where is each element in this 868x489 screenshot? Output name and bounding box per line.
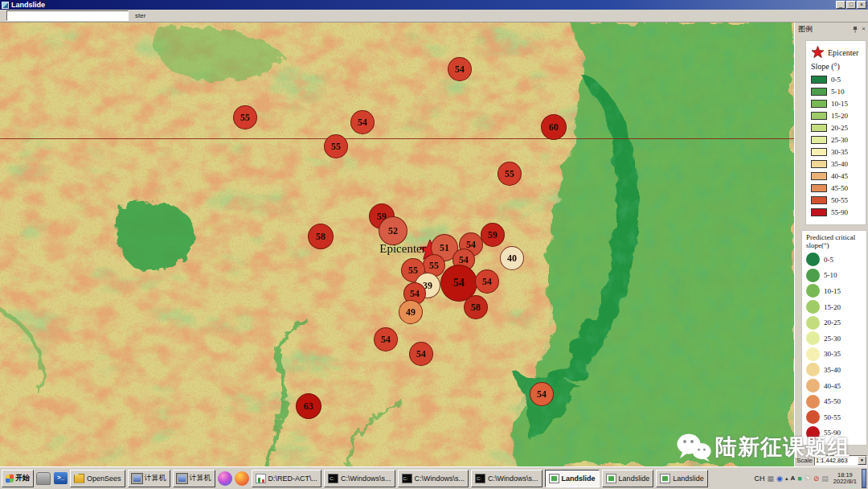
slope-marker[interactable]: 49 xyxy=(399,300,423,324)
critical-legend-title-line1: Predicted critical xyxy=(806,233,866,241)
slope-marker[interactable]: 63 xyxy=(296,393,321,419)
expand-arrow-icon[interactable] xyxy=(785,474,788,483)
slope-class-list: 0-55-1010-1515-2020-2525-3030-3535-4040-… xyxy=(811,73,866,218)
legend-class-label: 10-15 xyxy=(824,287,841,295)
legend-class-label: 40-45 xyxy=(824,382,841,390)
legend-class-label: 0-5 xyxy=(824,256,833,264)
taskbar-button[interactable]: C:\Windows\s... xyxy=(398,470,469,487)
slope-marker[interactable]: 55 xyxy=(233,105,257,129)
toolbar-label: ster xyxy=(135,12,145,19)
legend-class-row: 40-45 xyxy=(806,378,866,394)
language-indicator[interactable]: CH xyxy=(755,475,765,483)
taskbar-button[interactable]: C:\Windows\s... xyxy=(471,470,542,487)
taskbar-button[interactable]: 计算机 xyxy=(173,470,215,487)
epicenter-label: Epicenter xyxy=(360,242,445,256)
slope-marker[interactable]: 54 xyxy=(409,342,433,366)
taskbar-button[interactable]: Landslide xyxy=(602,470,654,487)
legend-class-label: 45-50 xyxy=(824,397,841,405)
critical-slope-circle xyxy=(806,379,820,392)
colorball-icon[interactable] xyxy=(218,471,232,486)
scale-combo[interactable]: 1:1,442,863 xyxy=(814,455,867,466)
maximize-button[interactable] xyxy=(846,1,856,9)
slope-marker[interactable]: 55 xyxy=(497,162,522,186)
no-entry-icon[interactable] xyxy=(813,475,820,483)
legend-class-label: 20-25 xyxy=(831,124,848,132)
legend-class-row: 35-40 xyxy=(811,158,866,170)
app-icon[interactable] xyxy=(797,475,801,483)
scale-value: 1:1,442,863 xyxy=(816,456,848,465)
legend-class-label: 30-35 xyxy=(824,350,841,358)
legend-class-row: 20-25 xyxy=(806,314,866,331)
taskbar-button[interactable]: C:\Windows\s... xyxy=(324,470,395,487)
slope-marker[interactable]: 54 xyxy=(374,327,398,351)
slope-marker[interactable]: 52 xyxy=(379,216,407,245)
folder-icon xyxy=(74,474,84,483)
slope-swatch xyxy=(811,76,827,84)
slope-marker[interactable]: 54 xyxy=(530,382,554,406)
legend-class-row: 45-50 xyxy=(806,393,866,409)
map-canvas[interactable]: 5455545560555952585154595440555554395454… xyxy=(0,23,794,466)
legend-epicenter-star-icon xyxy=(811,46,825,59)
critical-slope-circle xyxy=(806,269,820,282)
taskbar-button[interactable]: 计算机 xyxy=(128,470,170,487)
question-icon[interactable] xyxy=(776,475,783,483)
legend-class-row: 50-55 xyxy=(811,194,866,206)
legend-class-label: 55-90 xyxy=(824,429,841,437)
pin-icon[interactable] xyxy=(852,26,858,33)
critical-legend-title-line2: slope(°) xyxy=(806,241,866,249)
slope-marker[interactable]: 60 xyxy=(541,114,567,140)
legend-class-row: 30-35 xyxy=(806,347,866,363)
taskbar-clock[interactable]: 18:19 2022/8/1 xyxy=(831,472,859,485)
clipboard-icon[interactable] xyxy=(821,475,829,483)
slope-marker[interactable]: 59 xyxy=(481,223,505,247)
legend-panel-title: 图例 xyxy=(798,24,813,35)
taskbar-button-label: D:\RED-ACT\... xyxy=(268,475,318,483)
legend-panel-header[interactable]: 图例 xyxy=(795,23,868,35)
printer-icon[interactable] xyxy=(768,475,775,483)
layer-input[interactable] xyxy=(6,10,129,21)
legend-epicenter-label: Epicenter xyxy=(828,48,858,57)
flag-icon[interactable] xyxy=(805,475,811,483)
taskbar-button[interactable]: Landslide xyxy=(656,470,708,487)
scale-dropdown-icon[interactable] xyxy=(858,456,866,465)
slope-marker[interactable]: 54 xyxy=(448,57,472,81)
taskbar-button[interactable]: OpenSees xyxy=(70,470,125,487)
legend-class-row: 35-40 xyxy=(806,362,866,378)
computer-icon xyxy=(177,474,187,483)
legend-class-row: 5-10 xyxy=(806,268,866,284)
legend-class-row: 10-15 xyxy=(811,97,866,109)
legend-class-label: 15-20 xyxy=(831,112,848,120)
legend-class-row: 40-45 xyxy=(811,170,866,182)
minimize-button[interactable] xyxy=(836,1,845,9)
slope-swatch xyxy=(811,160,827,168)
powershell-icon[interactable] xyxy=(54,472,68,484)
legend-class-label: 25-30 xyxy=(831,136,848,144)
legend-class-label: 50-55 xyxy=(831,196,848,204)
slope-swatch xyxy=(811,184,827,192)
text-a-icon[interactable] xyxy=(790,474,795,483)
slope-marker[interactable]: 58 xyxy=(464,295,488,319)
start-button[interactable]: 开始 xyxy=(2,470,34,487)
title-bar[interactable]: Landslide xyxy=(0,0,868,10)
device-icon[interactable] xyxy=(36,472,51,485)
legend-class-row: 0-5 xyxy=(806,252,866,268)
taskbar-button[interactable]: Landslide xyxy=(545,470,600,487)
browser-icon[interactable] xyxy=(235,471,249,486)
panel-close-icon[interactable] xyxy=(862,26,866,32)
critical-slope-circle xyxy=(806,347,820,361)
slope-marker[interactable]: 55 xyxy=(324,134,348,158)
taskbar-button[interactable]: D:\RED-ACT\... xyxy=(252,470,322,487)
slope-swatch xyxy=(811,100,827,108)
slope-marker[interactable]: 58 xyxy=(308,224,334,249)
slope-marker[interactable]: 54 xyxy=(350,110,375,134)
legend-class-row: 20-25 xyxy=(811,121,866,134)
slope-legend-title: Slope (°) xyxy=(811,62,866,71)
taskbar: 开始 OpenSees计算机计算机 D:\RED-ACT\...C:\Windo… xyxy=(0,466,868,489)
critical-slope-circle xyxy=(806,253,820,266)
taskbar-button-label: 计算机 xyxy=(190,473,211,483)
slope-marker[interactable]: 40 xyxy=(500,246,524,270)
close-button[interactable] xyxy=(857,1,866,9)
taskbar-button-label: Landslide xyxy=(673,475,704,483)
slope-marker[interactable]: 54 xyxy=(475,269,499,294)
show-desktop-button[interactable] xyxy=(862,469,866,488)
